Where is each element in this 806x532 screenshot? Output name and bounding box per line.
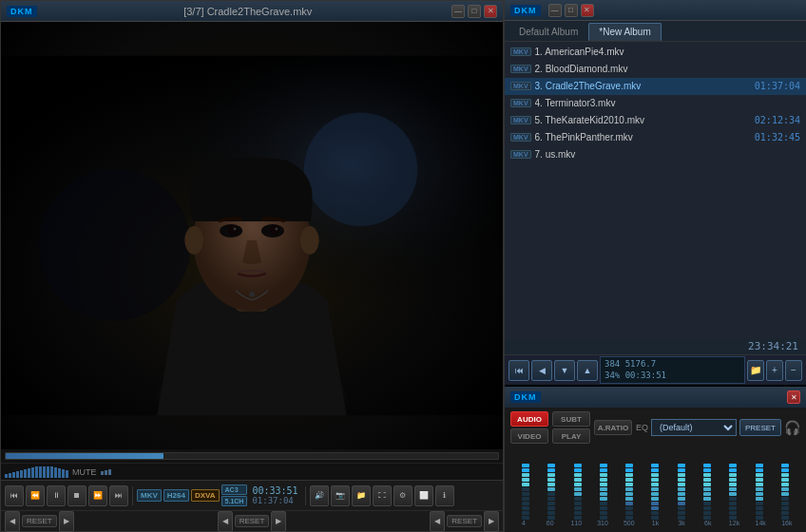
- eq-bar-group[interactable]: [540, 463, 563, 520]
- pl-maximize-button[interactable]: □: [565, 4, 578, 17]
- pl-folder-button[interactable]: 📁: [747, 360, 764, 381]
- vol-seg-1: [5, 474, 8, 478]
- eq-segment: [547, 502, 555, 505]
- playlist-item[interactable]: MKV 2. BloodDiamond.mkv: [505, 61, 806, 78]
- sub-next-button[interactable]: ▶: [59, 511, 74, 532]
- stop-button[interactable]: ⏹: [67, 485, 86, 506]
- minimize-button[interactable]: —: [451, 5, 465, 18]
- pl-add-button[interactable]: +: [766, 360, 783, 381]
- sub-transport-bar: ◀ RESET ▶ ◀ RESET ▶ ◀ RESET ▶: [1, 510, 503, 531]
- separator-1: [132, 486, 133, 505]
- playlist-item[interactable]: MKV 3. Cradle2TheGrave.mkv 01:37:04: [505, 78, 806, 95]
- seek-bar-container[interactable]: [1, 449, 503, 463]
- eq-logo: DKM: [510, 391, 541, 403]
- eq-segment: [600, 506, 607, 510]
- eq-bar-group[interactable]: [696, 463, 719, 520]
- sub-btn-1[interactable]: ◀: [218, 511, 233, 532]
- eq-bar-group[interactable]: [721, 463, 744, 520]
- screenshot-button[interactable]: 📷: [331, 485, 350, 506]
- eq-bar-group[interactable]: [514, 463, 537, 520]
- pl-close-button[interactable]: ✕: [581, 4, 594, 17]
- playlist-item[interactable]: MKV 1. AmericanPie4.mkv: [505, 44, 806, 61]
- h264-badge: H264: [163, 489, 189, 502]
- tab-default-album[interactable]: Default Album: [509, 23, 588, 41]
- vol-seg-6: [24, 469, 27, 478]
- next-button[interactable]: ⏭: [109, 485, 128, 506]
- fast-forward-button[interactable]: ⏩: [88, 485, 107, 506]
- sub-prev-button[interactable]: ◀: [5, 511, 20, 532]
- eq-segment: [522, 506, 529, 510]
- close-button[interactable]: ✕: [484, 5, 497, 18]
- eq-bar-wrapper: [618, 463, 641, 520]
- playlist-timestamp: 23:34:21: [505, 338, 806, 354]
- mkv-badge: MKV: [510, 99, 531, 107]
- eq-bar-group[interactable]: [592, 463, 615, 520]
- reset-button[interactable]: RESET: [22, 515, 57, 527]
- play-pause-button[interactable]: ⏸: [47, 485, 66, 506]
- rewind-button[interactable]: ⏪: [26, 485, 45, 506]
- playlist-item[interactable]: MKV 5. TheKarateKid2010.mkv 02:12:34: [505, 112, 806, 129]
- eq-segment: [574, 506, 582, 510]
- eq-segment: [781, 487, 789, 491]
- eq-freq-label: 12k: [725, 520, 744, 526]
- eq-segment: [781, 478, 789, 482]
- playlist-list[interactable]: MKV 1. AmericanPie4.mkv MKV 2. BloodDiam…: [505, 42, 806, 338]
- eq-preset-button[interactable]: PRESET: [739, 419, 781, 436]
- reset-button-2[interactable]: RESET: [235, 515, 270, 527]
- maximize-button[interactable]: □: [468, 5, 481, 18]
- tab-new-album[interactable]: *New Album: [588, 23, 661, 41]
- eq-bar-group[interactable]: [747, 463, 770, 520]
- eq-bar-group[interactable]: [670, 463, 693, 520]
- play-mode-button[interactable]: PLAY: [552, 428, 590, 444]
- settings-button[interactable]: ⚙: [393, 485, 413, 506]
- playlist-item[interactable]: MKV 6. ThePinkPanther.mkv 01:32:45: [505, 129, 806, 146]
- aratio-mode-button[interactable]: A.RATIO: [594, 420, 632, 435]
- pl-prev-button[interactable]: ◀: [531, 360, 552, 381]
- sub-btn-3[interactable]: ◀: [430, 511, 445, 532]
- aspect-button[interactable]: ⬜: [414, 485, 433, 506]
- sub-btn-4[interactable]: ▶: [484, 511, 499, 532]
- vol-seg-11: [43, 466, 46, 478]
- playlist-item[interactable]: MKV 7. us.mkv: [505, 146, 806, 163]
- eq-preset-select[interactable]: (Default): [651, 419, 737, 436]
- mkv-badge: MKV: [510, 150, 531, 159]
- pl-minimize-button[interactable]: —: [548, 4, 562, 17]
- eq-bar-group[interactable]: [566, 463, 589, 520]
- subt-mode-button[interactable]: SUBT: [552, 411, 590, 427]
- fullscreen-button[interactable]: ⛶: [373, 485, 392, 506]
- info-button[interactable]: ℹ: [435, 485, 454, 506]
- pl-remove-button[interactable]: −: [785, 360, 802, 381]
- eq-segment: [651, 483, 659, 486]
- video-mode-button[interactable]: VIDEO: [510, 428, 548, 444]
- eq-segment: [574, 487, 582, 491]
- eq-bar-group[interactable]: [643, 463, 666, 520]
- pl-up-button[interactable]: ▲: [577, 360, 598, 381]
- eq-segment: [625, 473, 633, 477]
- eq-segment: [600, 478, 607, 482]
- volume-button[interactable]: 🔊: [310, 485, 329, 506]
- pl-first-button[interactable]: ⏮: [509, 360, 529, 381]
- svg-point-13: [184, 226, 203, 255]
- eq-segment: [703, 464, 711, 467]
- eq-segment: [651, 487, 659, 491]
- eq-segment: [574, 483, 582, 486]
- eq-segment: [781, 506, 789, 510]
- eq-bar-group[interactable]: [618, 463, 641, 520]
- eq-bars-area: 4601103105001k3k6k12k14k16k: [505, 447, 806, 532]
- svg-point-12: [275, 228, 278, 231]
- audio-mode-button[interactable]: AUDIO: [510, 411, 548, 427]
- sub-btn-2[interactable]: ▶: [271, 511, 286, 532]
- reset-button-3[interactable]: RESET: [447, 515, 482, 527]
- eq-segment: [678, 506, 685, 510]
- eq-close-button[interactable]: ✕: [787, 390, 800, 404]
- mute-label[interactable]: MUTE: [72, 467, 97, 477]
- prev-button[interactable]: ⏮: [5, 485, 24, 506]
- eq-segment: [574, 497, 582, 501]
- eq-segment: [678, 468, 685, 472]
- open-button[interactable]: 📁: [352, 485, 371, 506]
- seek-bar[interactable]: [5, 452, 499, 460]
- eq-bar-group[interactable]: [774, 463, 796, 520]
- playlist-item[interactable]: MKV 4. Terminator3.mkv: [505, 95, 806, 112]
- eq-segment: [729, 511, 737, 515]
- pl-down-button[interactable]: ▼: [554, 360, 575, 381]
